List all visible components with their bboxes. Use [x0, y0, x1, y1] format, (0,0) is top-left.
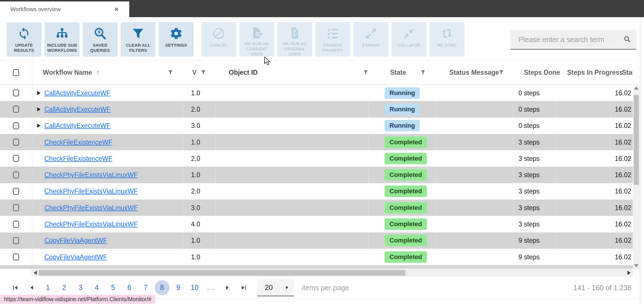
row-checkbox[interactable]	[13, 89, 19, 96]
more-pages-button[interactable]: ...	[207, 283, 215, 292]
page-button-9[interactable]: 9	[171, 280, 186, 295]
close-icon[interactable]: ✕	[114, 6, 119, 13]
tab-workflows-overview[interactable]: Workflows overview ✕	[0, 1, 129, 17]
page-button-3[interactable]: 3	[73, 280, 88, 295]
workflow-name-link[interactable]: CallActivityExecuteWF	[44, 89, 110, 97]
workflow-version: 1.0	[191, 89, 200, 97]
refresh-icon	[17, 26, 31, 41]
column-header-steps-done[interactable]: Steps Done	[524, 69, 560, 76]
page-button-6[interactable]: 6	[122, 280, 137, 295]
row-checkbox[interactable]	[13, 155, 19, 162]
workflows-table: Workflow Name↑VObject IDStateStatus Mess…	[0, 60, 633, 269]
workflow-version: 1.0	[191, 138, 200, 146]
filter-funnel-icon[interactable]	[167, 69, 174, 76]
toolbar-button-label: COLLAPSE	[396, 43, 422, 48]
row-checkbox[interactable]	[13, 122, 19, 129]
next-page-icon[interactable]	[224, 284, 231, 291]
table-vertical-scrollbar[interactable]	[633, 85, 640, 269]
settings-gear-icon	[170, 26, 183, 41]
row-checkbox[interactable]	[13, 204, 19, 211]
column-header-v[interactable]: V	[192, 69, 196, 76]
toolbar-button-clear-all-filters[interactable]: CLEAR ALL FILTERS	[121, 22, 156, 57]
scroll-up-arrow-icon[interactable]	[634, 86, 639, 90]
cancel-icon	[212, 26, 225, 41]
status-url-tooltip: https://team-vidiflow.vidispine.net/Plat…	[0, 295, 155, 304]
row-checkbox[interactable]	[13, 221, 19, 228]
workflow-version: 3.0	[191, 122, 200, 130]
filter-funnel-icon[interactable]	[363, 69, 369, 76]
row-checkbox[interactable]	[13, 171, 19, 179]
column-header-workflow-name[interactable]: Workflow Name↑	[43, 68, 100, 76]
row-checkbox-cell	[0, 134, 32, 150]
vertical-scroll-thumb[interactable]	[634, 95, 639, 185]
table-horizontal-scrollbar[interactable]	[31, 269, 633, 277]
workflow-name-link[interactable]: CheckPhyFileExistsViaLinuxWF	[44, 187, 138, 195]
steps-done-value: 3 steps	[513, 155, 545, 162]
page-button-7[interactable]: 7	[138, 280, 153, 295]
workflow-name-link[interactable]: CopyFileViaAgentWF	[44, 253, 107, 261]
workflow-name-link[interactable]: CheckFileExistenceWF	[44, 155, 112, 162]
page-button-2[interactable]: 2	[57, 280, 72, 295]
row-checkbox[interactable]	[13, 237, 19, 244]
toolbar-button-label: RE RUN AS CURRENT USER	[239, 41, 274, 57]
workflow-name-link[interactable]: CallActivityExecuteWF	[44, 105, 110, 113]
toolbar-button-include-sub-workflows[interactable]: INCLUDE SUB WORKFLOWS	[45, 22, 79, 57]
page-button-10[interactable]: 10	[187, 280, 202, 295]
scroll-left-arrow-icon[interactable]	[34, 271, 37, 275]
prev-page-icon[interactable]	[28, 284, 35, 291]
started-value-clipped: 16.02	[615, 220, 631, 228]
column-header-state[interactable]: State	[390, 69, 406, 76]
row-checkbox[interactable]	[13, 188, 19, 195]
toolbar-button-settings[interactable]: SETTINGS	[159, 22, 194, 57]
workflow-name-link[interactable]: CallActivityExecuteWF	[44, 122, 110, 130]
workflow-name-link[interactable]: CheckPhyFileExistsViaLinuxWF	[44, 171, 138, 179]
row-checkbox-cell	[0, 85, 32, 101]
row-expander-icon[interactable]	[37, 124, 41, 128]
workflow-name-link[interactable]: CheckPhyFileExistsViaLinuxWF	[44, 204, 138, 212]
steps-done-value: 3 steps	[513, 220, 545, 228]
workflow-version: 1.0	[191, 253, 200, 261]
column-header-steps-in-progress[interactable]: Steps In Progress	[567, 69, 623, 76]
toolbar-button-saved-queries[interactable]: SAVED QUERIES	[83, 22, 118, 57]
select-all-checkbox[interactable]	[13, 69, 19, 76]
first-page-icon[interactable]	[12, 284, 19, 291]
row-checkbox[interactable]	[13, 253, 19, 260]
workflow-name-link[interactable]: CheckFileExistenceWF	[44, 138, 112, 146]
steps-done-value: 9 steps	[513, 237, 545, 244]
column-header-started[interactable]: Started	[622, 69, 633, 76]
row-checkbox[interactable]	[13, 139, 19, 146]
search-icon[interactable]	[623, 35, 632, 44]
page-button-8[interactable]: 8	[155, 280, 170, 295]
toolbar-button-label: CLEAR ALL FILTERS	[121, 43, 156, 53]
toolbar-button-update-results[interactable]: UPDATE RESULTS	[7, 22, 41, 57]
items-per-page-select[interactable]: 20 ▼	[257, 279, 294, 296]
row-expander-icon[interactable]	[37, 91, 41, 95]
toolbar-button-label: RE-SYNC	[436, 43, 458, 48]
workflow-name-link[interactable]: CopyFileViaAgentWF	[44, 237, 107, 244]
state-badge: Completed	[385, 251, 427, 263]
toolbar-button-change-priority: CHANGE PRIORITY	[315, 22, 350, 57]
column-header-status-message[interactable]: Status Message	[449, 69, 499, 76]
toolbar-button-label: EXPAND	[361, 43, 381, 48]
horizontal-scroll-thumb[interactable]	[39, 270, 406, 276]
scroll-down-arrow-icon[interactable]	[634, 264, 639, 267]
workflow-monitor-window: Workflows overview ✕ UPDATE RESULTSINCLU…	[0, 0, 644, 304]
row-checkbox[interactable]	[13, 106, 19, 113]
last-page-icon[interactable]	[240, 284, 247, 291]
started-value-clipped: 16.02	[615, 155, 631, 162]
result-range-label: 141 - 160 of 1.238	[573, 283, 631, 292]
toolbar-button-cancel: CANCEL	[201, 22, 236, 57]
column-header-object-id[interactable]: Object ID	[229, 69, 258, 76]
filter-funnel-icon[interactable]	[498, 69, 504, 76]
page-button-1[interactable]: 1	[41, 280, 55, 295]
filter-funnel-icon[interactable]	[200, 69, 206, 76]
workflow-name-link[interactable]: CheckPhyFileExistsViaLinuxWF	[44, 220, 138, 228]
scroll-right-arrow-icon[interactable]	[627, 271, 631, 275]
row-expander-icon[interactable]	[37, 107, 41, 111]
search-input[interactable]	[518, 30, 616, 50]
page-button-4[interactable]: 4	[90, 280, 104, 295]
page-button-5[interactable]: 5	[106, 280, 121, 295]
sub-workflows-icon	[55, 26, 69, 41]
filter-funnel-icon[interactable]	[420, 69, 426, 76]
table-row: CheckFileExistenceWF2.0Completed3 steps1…	[0, 150, 633, 167]
